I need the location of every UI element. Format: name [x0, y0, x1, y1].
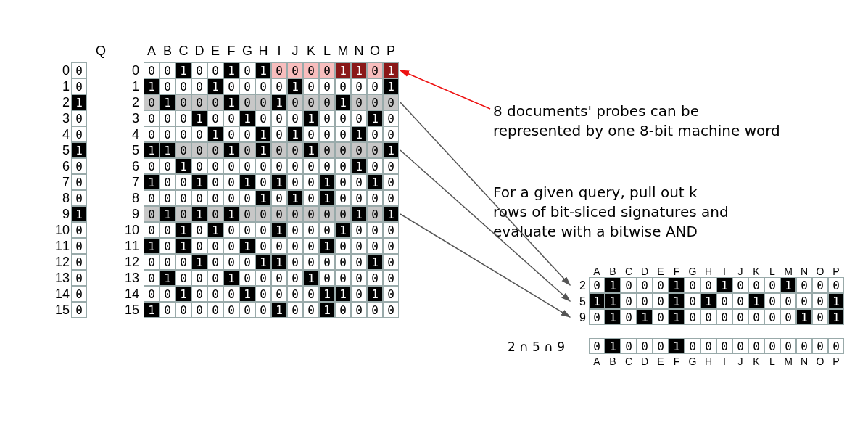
extract-row: 0100010010001000 — [589, 277, 844, 293]
extract-column-header: P — [828, 266, 844, 277]
bit-cell: 1 — [796, 309, 812, 325]
bit-cell: 1 — [303, 110, 319, 126]
bit-cell: 0 — [144, 158, 160, 174]
bit-cell: 1 — [175, 222, 191, 238]
bit-cell: 0 — [207, 302, 223, 318]
bit-cell: 0 — [207, 238, 223, 254]
matrix-row-index: 12 — [120, 255, 139, 270]
bit-cell: 0 — [144, 270, 160, 286]
and-column-footer: G — [685, 356, 700, 367]
bit-cell: 0 — [780, 293, 796, 309]
bit-cell: 0 — [271, 190, 287, 206]
bit-cell: 1 — [223, 270, 239, 286]
bit-cell: 0 — [160, 190, 175, 206]
bit-cell: 0 — [319, 62, 335, 78]
matrix-row-index: 15 — [120, 303, 139, 318]
extract-row-index: 5 — [573, 295, 586, 308]
bit-cell: 0 — [383, 222, 399, 238]
bit-cell: 0 — [764, 277, 780, 293]
bit-cell: 1 — [351, 126, 367, 142]
bit-cell: 0 — [812, 338, 828, 354]
bit-cell: 1 — [605, 338, 621, 354]
bit-cell: 0 — [223, 302, 239, 318]
bit-cell: 0 — [351, 238, 367, 254]
bit-cell: 1 — [175, 286, 191, 302]
bit-cell: 0 — [780, 338, 796, 354]
bit-cell: 0 — [144, 94, 160, 110]
bit-cell: 0 — [637, 277, 653, 293]
bit-cell: 1 — [605, 293, 621, 309]
bit-cell: 0 — [175, 78, 191, 94]
bit-cell: 1 — [255, 254, 271, 270]
bit-cell: 0 — [207, 94, 223, 110]
matrix-column-header: E — [207, 44, 223, 59]
bit-cell: 0 — [621, 309, 637, 325]
bit-cell: 0 — [271, 286, 287, 302]
bit-cell: 1 — [319, 286, 335, 302]
bit-cell: 0 — [191, 94, 207, 110]
bit-cell: 0 — [255, 238, 271, 254]
bit-cell: 0 — [780, 309, 796, 325]
extract-column-header: F — [669, 266, 685, 277]
bit-cell: 1 — [144, 174, 160, 190]
bit-cell: 0 — [335, 270, 351, 286]
bit-cell: 0 — [303, 222, 319, 238]
bit-cell: 0 — [685, 277, 700, 293]
matrix-row: 0000000101010000 — [144, 190, 399, 206]
bit-cell: 0 — [351, 254, 367, 270]
bit-cell: 1 — [160, 142, 175, 158]
matrix-row-index: 2 — [120, 95, 139, 110]
bit-cell: 0 — [223, 78, 239, 94]
bit-cell: 0 — [764, 293, 780, 309]
bit-cell: 0 — [223, 174, 239, 190]
bit-cell: 0 — [287, 254, 303, 270]
bit-cell: 1 — [207, 222, 223, 238]
bit-cell: 0 — [71, 62, 87, 78]
bit-cell: 0 — [271, 158, 287, 174]
matrix-row: 0001000110000010 — [144, 254, 399, 270]
bit-cell: 1 — [223, 94, 239, 110]
q-row: 0 — [71, 286, 87, 302]
bit-cell: 0 — [255, 222, 271, 238]
bit-cell: 0 — [287, 142, 303, 158]
bit-cell: 1 — [351, 158, 367, 174]
bit-cell: 1 — [319, 190, 335, 206]
and-column-footer: J — [732, 356, 748, 367]
bit-cell: 1 — [383, 142, 399, 158]
matrix-row: 1010001000010000 — [144, 238, 399, 254]
matrix-row-index: 6 — [120, 159, 139, 174]
bit-cell: 0 — [621, 277, 637, 293]
bit-cell: 0 — [223, 126, 239, 142]
bit-cell: 0 — [287, 286, 303, 302]
q-row: 0 — [71, 254, 87, 270]
bit-cell: 0 — [335, 302, 351, 318]
q-row-index: 8 — [51, 191, 70, 206]
q-row-index: 13 — [51, 271, 70, 286]
bit-cell: 0 — [239, 302, 255, 318]
bit-cell: 0 — [748, 338, 764, 354]
bit-cell: 0 — [191, 286, 207, 302]
matrix-row: 1000100001000001 — [144, 78, 399, 94]
bit-cell: 0 — [239, 158, 255, 174]
bit-cell: 0 — [367, 94, 383, 110]
bit-cell: 0 — [367, 222, 383, 238]
bit-cell: 0 — [796, 338, 812, 354]
bit-cell: 1 — [271, 254, 287, 270]
q-row-index: 10 — [51, 223, 70, 238]
annotation-query: For a given query, pull out krows of bit… — [493, 183, 856, 242]
bit-cell: 0 — [700, 277, 716, 293]
bit-cell: 0 — [160, 158, 175, 174]
bit-cell: 0 — [255, 94, 271, 110]
svg-line-0 — [400, 70, 490, 109]
bit-cell: 0 — [271, 126, 287, 142]
and-column-footer: I — [716, 356, 732, 367]
matrix-column-header: G — [239, 44, 255, 59]
q-row-index: 15 — [51, 303, 70, 318]
bit-cell: 0 — [71, 126, 87, 142]
q-row-index: 0 — [51, 63, 70, 78]
and-result-row: 0100010000000000 — [589, 338, 844, 354]
bit-cell: 0 — [239, 206, 255, 222]
bit-cell: 1 — [335, 222, 351, 238]
bit-cell: 0 — [319, 142, 335, 158]
bit-cell: 0 — [271, 110, 287, 126]
